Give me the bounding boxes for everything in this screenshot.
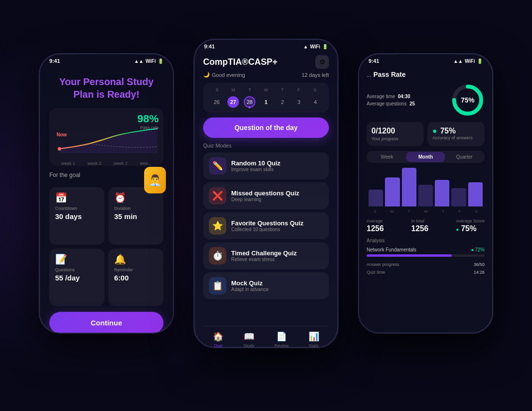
stat-label-questions: Questions	[55, 267, 99, 272]
phone-center: 9:41 ▲ WiFi 🔋 CompTIA®CASP+ ⚙ 🌙 Good eve…	[193, 39, 339, 348]
notch-center	[235, 40, 297, 51]
cal-days-header: S M T W T F S	[209, 88, 323, 92]
notch-right	[397, 54, 455, 65]
left-content: Your Personal StudyPlan is Ready! 98% Pa…	[40, 66, 173, 334]
pass-rate-badge: 98% Pass rate	[137, 113, 159, 130]
signal-right: ▲▲ WiFi 🔋	[453, 59, 483, 64]
center-content: CompTIA®CASP+ ⚙ 🌙 Good evening 12 days l…	[194, 51, 338, 348]
bar-0	[369, 190, 383, 206]
notch-left	[77, 54, 135, 65]
stat-card-questions: 📝 Questions 55 /day	[49, 249, 104, 306]
nav-study[interactable]: 📖 Study	[243, 331, 254, 348]
nav-stats[interactable]: 📊 Stats	[309, 331, 319, 348]
total-val: 1256	[411, 224, 429, 233]
missed-quiz-sub: Deep learning	[231, 197, 323, 202]
avg-val: 1256	[367, 224, 384, 233]
score-label: Average Score	[456, 219, 485, 223]
pass-rate-value: 98%	[137, 113, 159, 125]
stat-label-duration: Duration	[114, 206, 158, 211]
analysis-section: Analysis Network Fundamentals ● 72%	[367, 238, 485, 334]
stat-icon-questions: 📝	[55, 253, 99, 265]
cal-day-1[interactable]: 1	[260, 96, 272, 108]
detail-rows: Answer progress 36/50 Quiz time 14:26	[367, 261, 485, 276]
now-label: Now	[57, 132, 67, 137]
nav-review[interactable]: 📄 Review	[274, 331, 289, 348]
topic-name: Network Fundamentals	[367, 247, 416, 252]
avg-q-row: Average questions 25	[367, 101, 415, 106]
qod-button[interactable]: Question of the day	[203, 117, 329, 138]
detail-row-1: Quiz time 14:26	[367, 268, 485, 276]
review-icon: 📄	[276, 331, 287, 342]
center-header: CompTIA®CASP+ ⚙	[203, 55, 329, 69]
quiz-modes-list: ✏️ Random 10 Quiz Improve exam skills ❌ …	[203, 152, 329, 322]
bar-2	[402, 168, 416, 206]
stat-value-countdown: 30 days	[55, 212, 99, 220]
nav-quiz[interactable]: 🏠 Quiz	[213, 331, 223, 348]
study-icon: 📖	[244, 331, 254, 342]
quiz-mode-mock[interactable]: 📋 Mock Quiz Adapt in advance	[203, 272, 329, 299]
tab-quarter[interactable]: Quarter	[445, 152, 484, 162]
time-center: 9:41	[204, 44, 215, 49]
pass-rate-label: Pass rate	[137, 125, 159, 130]
timed-quiz-name: Timed Challenge Quiz	[231, 250, 323, 257]
phone-right: 9:41 ▲▲ WiFi 🔋 … Pass Rate Average time …	[358, 53, 493, 334]
favorite-quiz-icon: ⭐	[209, 217, 226, 235]
avg-label: Average	[367, 219, 384, 223]
detail-label-0: Answer progress	[367, 262, 399, 267]
tab-month[interactable]: Month	[406, 152, 445, 162]
stat-card-duration: ⏰ Duration 35 min	[108, 187, 163, 245]
tab-week[interactable]: Week	[368, 152, 406, 162]
avg-q-label: Average questions	[367, 101, 407, 106]
detail-val-1: 14:26	[473, 270, 485, 275]
signal-left: ▲▲ WiFi 🔋	[134, 59, 163, 64]
calendar: S M T W T F S 26 27 28 1 2 3 4	[203, 83, 329, 113]
stat-icon-duration: ⏰	[114, 192, 158, 204]
for-the-goal-section: For the goal 👨‍💼	[49, 172, 163, 183]
score-stats: Average time 04:30 Average questions 25	[367, 94, 415, 106]
stat-card-countdown: 📅 Countdown 30 days	[49, 187, 104, 245]
quiz-mode-missed[interactable]: ❌ Missed questions Quiz Deep learning	[203, 182, 329, 209]
cal-day-4[interactable]: 4	[310, 96, 321, 108]
cal-day-2[interactable]: 2	[277, 96, 288, 108]
stat-value-reminder: 6:00	[114, 274, 158, 282]
period-tabs: Week Month Quarter	[367, 151, 485, 163]
timed-quiz-icon: ⏱️	[209, 247, 226, 264]
summary-stats: Average 1256 In total 1256 Average Score…	[367, 219, 485, 233]
svg-point-0	[58, 147, 61, 150]
continue-button[interactable]: Continue	[49, 312, 163, 334]
greeting: 🌙 Good evening	[203, 72, 245, 78]
center-subheader: 🌙 Good evening 12 days left	[203, 72, 329, 78]
bar-3	[418, 185, 433, 206]
mock-quiz-name: Mock Quiz	[231, 279, 323, 287]
cal-day-3[interactable]: 3	[293, 96, 305, 108]
quiz-mode-favorite[interactable]: ⭐ Favorite Questions Quiz Collected 10 q…	[203, 212, 329, 239]
cal-day-26[interactable]: 26	[211, 96, 222, 108]
quiz-mode-random[interactable]: ✏️ Random 10 Quiz Improve exam skills	[203, 152, 329, 179]
score-section: Average time 04:30 Average questions 25 …	[367, 83, 485, 117]
progress-card: 0/1200 Your progress	[367, 122, 424, 146]
time-left: 9:41	[49, 58, 60, 64]
chart-area: 98% Pass rate Now	[49, 108, 163, 166]
quiz-mode-timed[interactable]: ⏱️ Timed Challenge Quiz Relieve exam str…	[203, 242, 329, 269]
favorite-quiz-name: Favorite Questions Quiz	[231, 220, 323, 227]
accuracy-label: Accuracy of answers	[432, 135, 480, 140]
mock-quiz-icon: 📋	[209, 277, 226, 294]
progress-label: Your progress	[371, 136, 419, 141]
gear-icon: ⚙	[319, 58, 325, 66]
cal-day-28[interactable]: 28	[244, 96, 255, 108]
chart-labels: week 1 week 2 week 2 wee...	[55, 161, 158, 166]
progress-section: 0/1200 Your progress ● 75% Accuracy of a…	[367, 122, 485, 146]
gear-button[interactable]: ⚙	[315, 55, 329, 69]
missed-quiz-icon: ❌	[209, 187, 226, 205]
random-quiz-name: Random 10 Quiz	[231, 160, 323, 167]
title-prefix: Your	[59, 76, 83, 87]
total-stat: In total 1256	[411, 219, 429, 233]
cal-day-27[interactable]: 27	[227, 96, 239, 108]
bar-chart	[367, 168, 485, 206]
donut-chart: 75%	[451, 83, 485, 117]
phones-container: 9:41 ▲▲ WiFi 🔋 Your Personal StudyPlan i…	[0, 0, 532, 411]
bar-5	[451, 188, 466, 206]
bottom-nav: 🏠 Quiz 📖 Study 📄 Review 📊 Stats	[203, 326, 329, 348]
stat-value-duration: 35 min	[114, 212, 158, 220]
stat-label-reminder: Reminder	[114, 267, 158, 272]
